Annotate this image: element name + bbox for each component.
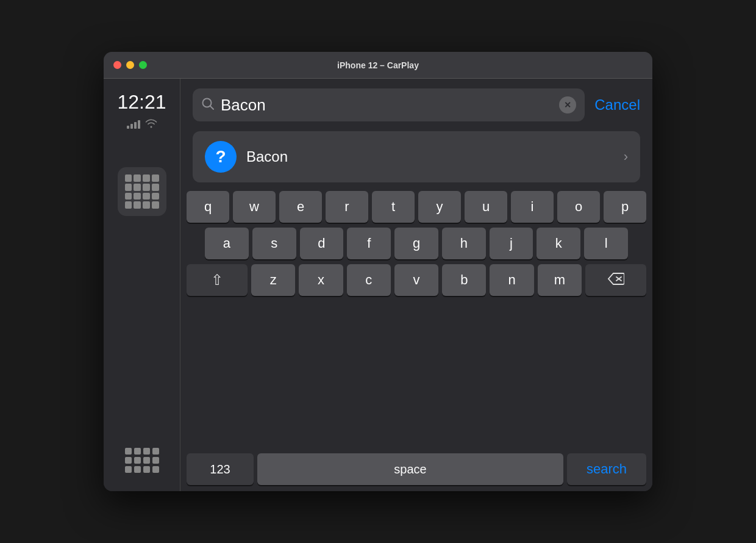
key-s[interactable]: s	[252, 228, 296, 259]
key-x[interactable]: x	[299, 264, 343, 296]
key-a[interactable]: a	[205, 228, 249, 259]
bar2	[130, 124, 133, 129]
bar4	[138, 120, 140, 129]
key-b[interactable]: b	[442, 264, 486, 296]
shift-icon: ⇧	[211, 272, 223, 289]
key-y[interactable]: y	[418, 191, 461, 223]
bar3	[134, 122, 137, 129]
search-bar-row: Bacon ✕ Cancel	[180, 79, 652, 131]
keyboard-toggle[interactable]	[125, 448, 159, 479]
search-key[interactable]: search	[567, 453, 646, 485]
carplay-window: iPhone 12 – CarPlay 12:21	[104, 52, 652, 491]
search-label: search	[587, 461, 627, 477]
result-icon-text: ?	[215, 147, 226, 167]
title-bar: iPhone 12 – CarPlay	[104, 52, 652, 79]
key-t[interactable]: t	[372, 191, 415, 223]
chevron-right-icon: ›	[624, 149, 628, 165]
key-g[interactable]: g	[394, 228, 438, 259]
result-icon: ?	[205, 141, 237, 173]
cancel-button[interactable]: Cancel	[594, 96, 640, 113]
key-l[interactable]: l	[584, 228, 628, 259]
key-z[interactable]: z	[251, 264, 295, 296]
result-label: Bacon	[246, 148, 614, 165]
minimize-button[interactable]	[126, 61, 134, 69]
key-r[interactable]: r	[326, 191, 368, 223]
wifi-icon	[145, 118, 157, 131]
key-h[interactable]: h	[442, 228, 486, 259]
keyboard: q w e r t y u i o p a s d f g	[180, 185, 652, 450]
key-k[interactable]: k	[537, 228, 580, 259]
key-i[interactable]: i	[511, 191, 554, 223]
key-f[interactable]: f	[347, 228, 391, 259]
main-content: 12:21	[104, 79, 652, 491]
key-q[interactable]: q	[187, 191, 229, 223]
num-label: 123	[210, 462, 230, 476]
carplay-logo	[118, 167, 166, 216]
signal-bars	[127, 120, 140, 129]
clear-icon: ✕	[564, 101, 571, 109]
grid-icon	[125, 174, 159, 209]
search-icon	[201, 97, 215, 113]
backspace-icon	[607, 272, 624, 289]
search-result-item[interactable]: ? Bacon ›	[193, 131, 640, 182]
keyboard-bottom-row: 123 space search	[180, 450, 652, 491]
search-text: Bacon	[221, 96, 559, 115]
space-key[interactable]: space	[257, 453, 563, 485]
key-j[interactable]: j	[490, 228, 533, 259]
key-n[interactable]: n	[490, 264, 533, 296]
maximize-button[interactable]	[139, 61, 147, 69]
sidebar: 12:21	[104, 79, 180, 491]
shift-key[interactable]: ⇧	[187, 264, 248, 296]
key-o[interactable]: o	[557, 191, 600, 223]
search-input-container[interactable]: Bacon ✕	[193, 88, 585, 121]
close-button[interactable]	[113, 61, 121, 69]
backspace-key[interactable]	[585, 264, 646, 296]
keyboard-row-1: q w e r t y u i o p	[187, 191, 646, 223]
bar1	[127, 126, 129, 129]
traffic-lights	[113, 61, 147, 69]
content-area: Bacon ✕ Cancel ? Bacon › q	[180, 79, 652, 491]
time-display: 12:21	[117, 91, 166, 113]
num-key[interactable]: 123	[187, 453, 254, 485]
status-icons	[127, 118, 157, 131]
key-m[interactable]: m	[538, 264, 582, 296]
key-c[interactable]: c	[347, 264, 391, 296]
clear-button[interactable]: ✕	[559, 96, 576, 113]
keyboard-row-3: ⇧ z x c v b n m	[187, 264, 646, 296]
window-title: iPhone 12 – CarPlay	[337, 60, 419, 70]
key-u[interactable]: u	[465, 191, 507, 223]
key-w[interactable]: w	[233, 191, 276, 223]
key-p[interactable]: p	[604, 191, 646, 223]
key-e[interactable]: e	[279, 191, 322, 223]
svg-line-1	[210, 106, 214, 109]
key-d[interactable]: d	[300, 228, 344, 259]
space-label: space	[394, 462, 426, 476]
key-v[interactable]: v	[394, 264, 438, 296]
keyboard-row-2: a s d f g h j k l	[187, 228, 646, 259]
